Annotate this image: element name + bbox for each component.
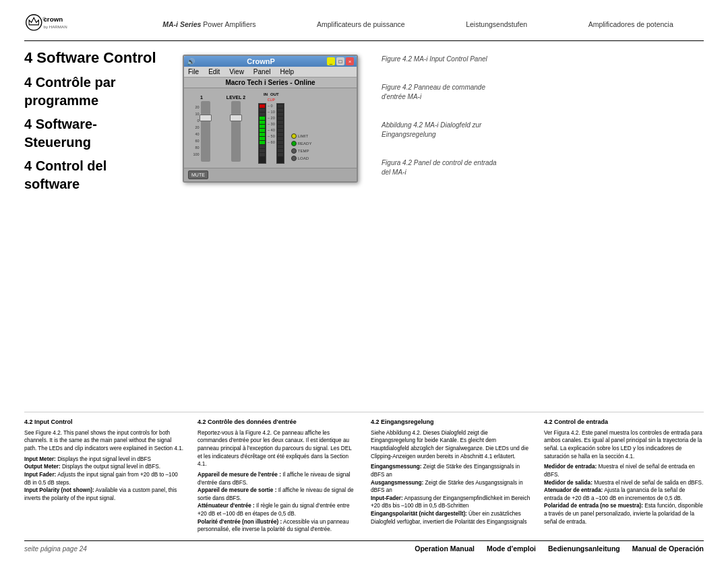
svg-text:by HARMAN: by HARMAN <box>43 24 67 29</box>
out-label: OUT <box>270 92 279 96</box>
figure-cap-4: Figura 4.2 Panel de control de entrada d… <box>382 158 704 177</box>
col3-terms: Eingangsmessung: Zeigt die Stärke des Ei… <box>371 463 530 526</box>
header-series: MA-i Series Power Amplifiers <box>162 20 255 28</box>
figure-cap-1: Figure 4.2 MA-i Input Control Panel <box>382 55 704 64</box>
heading-2: 4 Contrôle par programme <box>24 73 159 110</box>
footer-op-manual: Operation Manual <box>415 544 475 553</box>
col3-para1: Siehe Abbildung 4.2. Dieses Dialogfeld z… <box>371 429 530 461</box>
figure-cap-2: Figure 4.2 Panneau de commande d'entrée … <box>382 83 704 102</box>
heading-3: 4 Software-Steuerung <box>24 115 159 152</box>
panel-icon: 🔊 <box>187 58 195 65</box>
panel-subtitle: Macro Tech i Series - Online <box>184 77 357 88</box>
footer-mode-emploi: Mode d'emploi <box>487 544 536 553</box>
col2-terms: Appareil de mesure de l'entrée : Il affi… <box>198 471 357 534</box>
col2-heading: 4.2 Contrôle des données d'entrée <box>198 418 357 427</box>
ch2-fader-track <box>231 101 241 162</box>
col4-para1: Ver Figura 4.2. Este panel muestra los c… <box>544 429 704 461</box>
menu-edit[interactable]: Edit <box>208 68 220 75</box>
load-led <box>291 156 297 161</box>
ready-label: READY <box>298 142 312 146</box>
load-indicator: LOAD <box>291 156 312 161</box>
minimize-btn[interactable]: _ <box>327 57 335 65</box>
header-sub3: Leistungsendstufen <box>466 20 527 28</box>
text-col-3: 4.2 Eingangsregelung Siehe Abbildung 4.2… <box>371 418 530 536</box>
header-sub2: Amplificateurs de puissance <box>317 20 405 28</box>
col4-terms: Medidor de entrada: Muestra el nivel de … <box>544 463 704 526</box>
footer-bedienungsanleitung: Bedienungsanleitung <box>548 544 620 553</box>
svg-text:®: ® <box>42 16 47 22</box>
header: crown ® by HARMAN MA-i Series Power Ampl… <box>24 12 704 41</box>
footer: seite página page 24 Operation Manual Mo… <box>24 540 704 553</box>
limit-indicator: LIMIT <box>291 133 312 139</box>
close-btn[interactable]: × <box>346 57 354 65</box>
menu-panel[interactable]: Panel <box>253 68 271 75</box>
indicators-block: LIMIT READY TEMP LOAD <box>291 92 312 161</box>
svg-text:crown: crown <box>43 15 63 23</box>
maximize-btn[interactable]: □ <box>336 57 344 65</box>
col1-heading: 4.2 Input Control <box>24 418 184 427</box>
ch1-fader-knob[interactable] <box>200 115 212 121</box>
page: crown ® by HARMAN MA-i Series Power Ampl… <box>0 0 728 562</box>
header-title: MA-i Series Power Amplifiers Amplificate… <box>132 20 704 28</box>
col4-heading: 4.2 Control de entrada <box>544 418 704 427</box>
right-column: Figure 4.2 MA-i Input Control Panel Figu… <box>368 48 704 405</box>
in-label: IN <box>264 92 268 96</box>
panel-title: CrownP <box>247 57 275 65</box>
load-label: LOAD <box>298 156 309 160</box>
center-column: 🔊 CrownP _ □ × File Edit View Panel Help <box>173 48 368 405</box>
text-col-4: 4.2 Control de entrada Ver Figura 4.2. E… <box>544 418 704 536</box>
footer-manuals: Operation Manual Mode d'emploi Bedienung… <box>415 544 704 553</box>
limit-led <box>291 133 297 139</box>
header-sub4: Amplificadores de potencia <box>588 20 673 28</box>
col3-heading: 4.2 Eingangsregelung <box>371 418 530 427</box>
heading-4: 4 Control del software <box>24 157 159 193</box>
figure-cap-3: Abbildung 4.2 MA-i Dialogfeld zur Eingan… <box>382 121 704 139</box>
temp-led <box>291 148 297 154</box>
ch2-label: LEVEL 2 <box>226 95 245 100</box>
panel-menubar: File Edit View Panel Help <box>184 67 357 77</box>
crown-logo: crown ® by HARMAN <box>24 12 78 36</box>
menu-file[interactable]: File <box>188 68 199 75</box>
window-buttons: _ □ × <box>327 57 354 65</box>
ch1-label: 1 <box>200 95 203 100</box>
left-column: 4 Software Control 4 Contrôle par progra… <box>24 48 173 405</box>
menu-help[interactable]: Help <box>280 68 294 75</box>
ch2-fader-knob[interactable] <box>230 115 242 121</box>
out-meter <box>276 103 284 164</box>
temp-label: TEMP <box>298 149 309 153</box>
ch1-fader-track <box>201 101 210 162</box>
mute-button[interactable]: MUTE <box>188 170 208 179</box>
bottom-section: 4.2 Input Control See Figure 4.2. This p… <box>24 412 704 536</box>
menu-view[interactable]: View <box>229 68 244 75</box>
logo-area: crown ® by HARMAN <box>24 12 132 36</box>
clip-label: CLIP <box>268 98 275 102</box>
ready-indicator: READY <box>291 141 312 146</box>
col1-terms: Input Meter: Displays the input signal l… <box>24 456 184 503</box>
limit-label: LIMIT <box>298 134 308 138</box>
footer-page-info: seite página page 24 <box>24 545 87 553</box>
in-meter <box>258 103 266 164</box>
heading-1: 4 Software Control <box>24 48 159 68</box>
text-col-1: 4.2 Input Control See Figure 4.2. This p… <box>24 418 184 536</box>
footer-manual-operacion: Manual de Operación <box>632 544 704 553</box>
panel-body: 1 2010020406080100 <box>184 88 357 168</box>
main-content: 4 Software Control 4 Contrôle par progra… <box>24 48 704 405</box>
panel-titlebar: 🔊 CrownP _ □ × <box>184 56 357 67</box>
temp-indicator: TEMP <box>291 148 312 154</box>
ready-led <box>291 141 297 146</box>
crown-panel-image: 🔊 CrownP _ □ × File Edit View Panel Help <box>183 55 358 183</box>
panel-bottom: MUTE <box>184 168 357 181</box>
col1-para1: See Figure 4.2. This panel shows the inp… <box>24 429 184 453</box>
col2-para1: Reportez-vous à la Figure 4.2. Ce pannea… <box>198 429 357 468</box>
text-col-2: 4.2 Contrôle des données d'entrée Report… <box>198 418 357 536</box>
